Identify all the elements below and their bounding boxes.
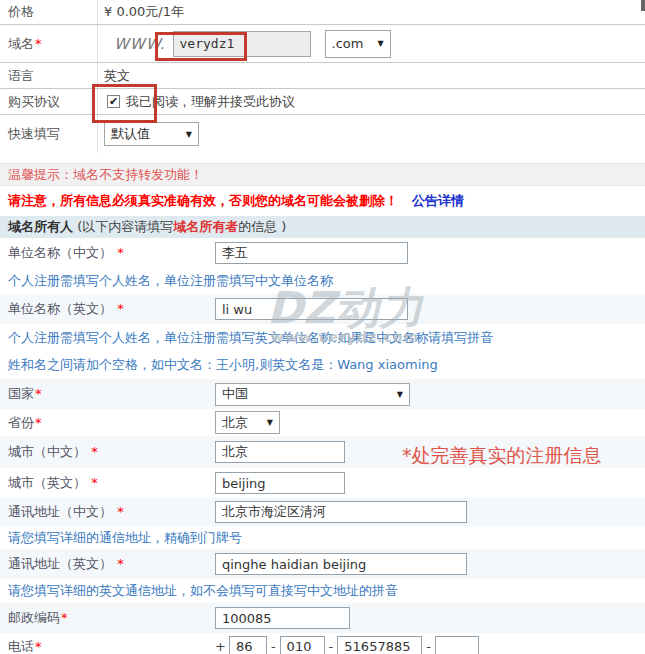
required-mark: *	[91, 475, 98, 490]
owner-section-title: 域名所有人	[8, 218, 73, 236]
domain-value-area: WWW. .com ▼	[98, 25, 645, 62]
price-row: 价格 ¥ 0.00元/1年	[0, 0, 645, 25]
province-row: 省份* 北京 ▼	[0, 409, 645, 436]
hint-address-cn: 请您填写详细的通信地址，精确到门牌号	[0, 526, 645, 549]
required-mark: *	[91, 444, 98, 459]
org-name-en-label: 单位名称（英文）	[8, 301, 112, 316]
phone-row: 电话* + - - -	[0, 633, 645, 654]
phone-separator: -	[426, 639, 431, 654]
agreement-checkbox-label: 我已阅读，理解并接受此协议	[126, 93, 295, 111]
country-selected-value: 中国	[222, 385, 248, 403]
phone-extension-input[interactable]	[435, 636, 479, 654]
chevron-down-icon: ▼	[397, 390, 403, 399]
phone-area-code-input[interactable]	[280, 636, 325, 654]
city-en-input[interactable]	[215, 472, 345, 494]
hint-name-format: 姓和名之间请加个空格，如中文名：王小明,则英文名是：Wang xiaoming	[0, 351, 645, 379]
quickfill-value-area: 默认值 ▼	[98, 115, 645, 153]
domain-name-input[interactable]	[173, 31, 311, 57]
phone-separator: -	[271, 639, 276, 654]
province-select[interactable]: 北京 ▼	[215, 411, 280, 434]
country-select[interactable]: 中国 ▼	[215, 383, 410, 406]
required-mark: *	[117, 301, 124, 316]
address-cn-label: 通讯地址（中文）	[8, 504, 112, 519]
tld-select[interactable]: .com ▼	[325, 30, 391, 58]
zipcode-input[interactable]	[215, 607, 350, 629]
address-cn-input[interactable]	[215, 501, 467, 523]
domain-registration-form: 价格 ¥ 0.00元/1年 域名* WWW. .com ▼ 语言 英文 购买协议…	[0, 0, 645, 654]
zipcode-label: 邮政编码	[8, 610, 60, 625]
city-cn-label: 城市（中文）	[8, 444, 86, 459]
owner-highlight: 域名所有者	[173, 218, 238, 236]
tip-banner: 温馨提示：域名不支持转发功能！	[0, 163, 645, 186]
org-name-en-input[interactable]	[215, 298, 408, 320]
province-label: 省份	[8, 415, 34, 430]
scrollbar-fragment	[641, 0, 645, 11]
zipcode-row: 邮政编码*	[0, 603, 645, 633]
agreement-row: 购买协议 ✔ 我已阅读，理解并接受此协议	[0, 89, 645, 115]
chevron-down-icon: ▼	[267, 418, 273, 427]
province-selected-value: 北京	[222, 414, 248, 432]
language-label: 语言	[0, 63, 98, 88]
phone-plus-sign: +	[215, 639, 226, 654]
warning-row: 请注意，所有信息必须真实准确有效，否则您的域名可能会被删除！ 公告详情	[0, 186, 645, 216]
city-en-row: 城市（英文） *	[0, 468, 645, 498]
required-mark: *	[35, 415, 42, 430]
chevron-down-icon: ▼	[377, 39, 383, 48]
city-cn-input[interactable]	[215, 441, 345, 463]
domain-row: 域名* WWW. .com ▼	[0, 25, 645, 63]
phone-label: 电话	[8, 639, 34, 654]
warning-text: 请注意，所有信息必须真实准确有效，否则您的域名可能会被删除！	[8, 192, 398, 210]
address-cn-row: 通讯地址（中文） *	[0, 498, 645, 526]
country-row: 国家* 中国 ▼	[0, 379, 645, 409]
hint-name-cn: 个人注册需填写个人姓名，单位注册需填写中文单位名称	[0, 268, 645, 294]
language-value: 英文	[98, 63, 645, 88]
quickfill-select[interactable]: 默认值 ▼	[104, 122, 199, 146]
quickfill-row: 快速填写 默认值 ▼	[0, 115, 645, 153]
red-annotation-text: *处完善真实的注册信息	[402, 443, 602, 469]
www-prefix: WWW.	[114, 35, 166, 53]
tip-text: 温馨提示：域名不支持转发功能！	[8, 166, 203, 184]
required-mark: *	[117, 245, 124, 260]
announcement-details-link[interactable]: 公告详情	[412, 192, 464, 210]
price-label: 价格	[0, 0, 98, 24]
phone-separator: -	[329, 639, 334, 654]
org-name-cn-label: 单位名称（中文）	[8, 245, 112, 260]
phone-country-code-input[interactable]	[229, 636, 267, 654]
required-mark: *	[35, 386, 42, 401]
agreement-value-area: ✔ 我已阅读，理解并接受此协议	[98, 89, 645, 114]
quickfill-label: 快速填写	[0, 115, 98, 153]
city-en-label: 城市（英文）	[8, 475, 86, 490]
quickfill-selected-value: 默认值	[111, 125, 150, 143]
required-mark: *	[117, 504, 124, 519]
owner-section-header: 域名所有人 (以下内容请填写域名所有者的信息 )	[0, 216, 645, 238]
phone-number-input[interactable]	[337, 636, 422, 654]
required-mark: *	[61, 610, 68, 625]
price-value: ¥ 0.00元/1年	[98, 0, 645, 24]
required-mark: *	[117, 556, 124, 571]
hint-name-en: 个人注册需填写个人姓名，单位注册需填写英文单位名称,如果是中文名称请填写拼音	[0, 324, 645, 351]
domain-label: 域名*	[0, 25, 98, 62]
address-en-row: 通讯地址（英文） *	[0, 549, 645, 579]
required-mark: *	[35, 36, 42, 51]
country-label: 国家	[8, 386, 34, 401]
language-row: 语言 英文	[0, 63, 645, 89]
chevron-down-icon: ▼	[186, 130, 192, 139]
required-mark: *	[35, 639, 42, 654]
org-name-cn-row: 单位名称（中文） *	[0, 238, 645, 268]
org-name-en-row: 单位名称（英文） *	[0, 294, 645, 324]
agreement-checkbox[interactable]: ✔	[107, 95, 120, 108]
hint-address-en: 请您填写详细的英文通信地址，如不会填写可直接写中文地址的拼音	[0, 579, 645, 603]
address-en-input[interactable]	[215, 553, 467, 575]
address-en-label: 通讯地址（英文）	[8, 556, 112, 571]
tld-selected-value: .com	[332, 36, 364, 51]
agreement-label: 购买协议	[0, 89, 98, 114]
org-name-cn-input[interactable]	[215, 242, 408, 264]
